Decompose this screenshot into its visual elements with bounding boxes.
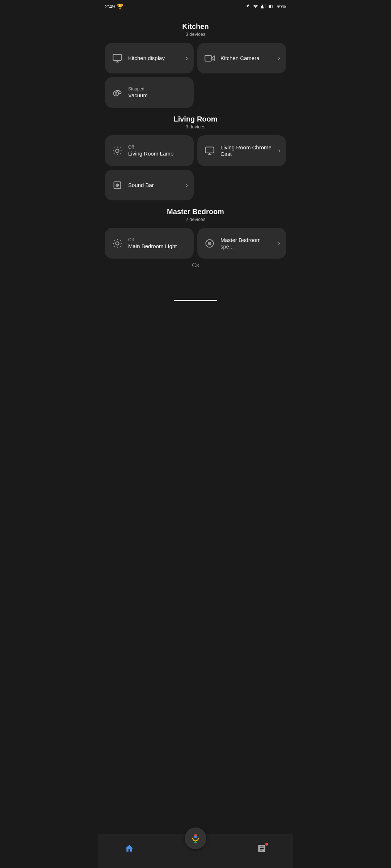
living-room-grid: Off Living Room Lamp Living Room Chrome … <box>105 135 286 166</box>
kitchen-section-header: Kitchen 3 devices <box>105 22 286 37</box>
chromecast-info: Living Room Chrome Cast <box>220 144 274 157</box>
living-room-lamp-status: Off <box>128 145 188 150</box>
master-bedroom-subtitle: 2 devices <box>105 217 286 222</box>
living-room-section-header: Living Room 3 devices <box>105 115 286 129</box>
vacuum-name: Vacuum <box>128 92 188 99</box>
vacuum-info: Stopped Vacuum <box>128 86 188 99</box>
soundbar-icon <box>111 179 124 192</box>
bedroom-light-status: Off <box>128 237 188 242</box>
bedroom-light-name: Main Bedroom Light <box>128 243 188 250</box>
svg-point-7 <box>114 91 119 96</box>
svg-rect-1 <box>269 5 271 8</box>
soundbar-info: Sound Bar <box>128 182 181 188</box>
svg-rect-2 <box>273 6 273 7</box>
wifi-icon <box>253 4 258 9</box>
kitchen-camera-info: Kitchen Camera <box>220 55 274 61</box>
svg-point-9 <box>115 149 119 152</box>
kitchen-display-info: Kitchen display <box>128 55 181 61</box>
kitchen-subtitle: 3 devices <box>105 31 286 37</box>
svg-point-8 <box>115 93 117 94</box>
main-content: Kitchen 3 devices Kitchen display › <box>98 12 293 298</box>
bluetooth-icon <box>245 4 251 9</box>
living-room-lamp-name: Living Room Lamp <box>128 150 188 157</box>
svg-rect-18 <box>205 147 214 153</box>
master-bedroom-section-header: Master Bedroom 2 devices <box>105 208 286 222</box>
battery-icon <box>268 4 274 9</box>
time: 2:49 <box>105 4 115 9</box>
kitchen-camera-name: Kitchen Camera <box>220 55 274 61</box>
kitchen-display-card[interactable]: Kitchen display › <box>105 43 194 73</box>
status-bar: 2:49 🏆 59% <box>98 0 293 12</box>
chromecast-card[interactable]: Living Room Chrome Cast › <box>197 135 286 166</box>
svg-line-28 <box>120 246 121 247</box>
svg-line-13 <box>120 153 121 154</box>
living-room-subtitle: 3 devices <box>105 124 286 129</box>
master-speaker-card[interactable]: Master Bedroom spe... › <box>197 228 286 259</box>
kitchen-second-row: Stopped Vacuum <box>105 77 286 108</box>
svg-rect-6 <box>205 55 211 61</box>
soundbar-chevron: › <box>186 181 188 189</box>
lamp-icon <box>111 144 124 157</box>
signal-icon <box>261 4 266 9</box>
master-speaker-chevron: › <box>278 239 280 247</box>
master-speaker-name: Master Bedroom spe... <box>220 237 274 250</box>
master-bedroom-title: Master Bedroom <box>105 208 286 216</box>
chromecast-icon <box>203 144 216 157</box>
vacuum-status: Stopped <box>128 86 188 92</box>
svg-line-12 <box>114 147 115 148</box>
status-left: 2:49 🏆 <box>105 4 123 9</box>
camera-icon <box>203 52 216 65</box>
home-indicator <box>174 300 217 301</box>
vacuum-card[interactable]: Stopped Vacuum <box>105 77 194 108</box>
speaker-dot-icon <box>203 237 216 250</box>
vacuum-icon <box>111 86 124 99</box>
svg-point-35 <box>209 243 210 244</box>
trophy-icon: 🏆 <box>117 4 123 9</box>
living-room-lamp-card[interactable]: Off Living Room Lamp <box>105 135 194 166</box>
soundbar-card[interactable]: Sound Bar › <box>105 170 194 200</box>
svg-line-27 <box>114 240 115 241</box>
living-room-title: Living Room <box>105 115 286 123</box>
svg-line-16 <box>114 153 115 154</box>
kitchen-display-chevron: › <box>186 54 188 62</box>
svg-line-31 <box>114 246 115 247</box>
master-speaker-info: Master Bedroom spe... <box>220 237 274 250</box>
svg-line-32 <box>120 240 121 241</box>
bedroom-light-card[interactable]: Off Main Bedroom Light <box>105 228 194 259</box>
bedroom-light-info: Off Main Bedroom Light <box>128 237 188 250</box>
battery-percent: 59% <box>277 4 286 9</box>
svg-point-24 <box>115 242 119 245</box>
status-right: 59% <box>245 4 286 9</box>
soundbar-name: Sound Bar <box>128 182 181 188</box>
monitor-icon <box>111 52 124 65</box>
svg-point-23 <box>117 184 118 185</box>
kitchen-display-name: Kitchen display <box>128 55 181 61</box>
svg-line-17 <box>120 147 121 148</box>
svg-rect-3 <box>113 54 121 60</box>
chromecast-chevron: › <box>278 147 280 154</box>
master-bedroom-grid: Off Main Bedroom Light Master Bedroom sp… <box>105 228 286 259</box>
bedroom-lamp-icon <box>111 237 124 250</box>
kitchen-camera-card[interactable]: Kitchen Camera › <box>197 43 286 73</box>
partial-content-text: Cs <box>105 262 286 269</box>
kitchen-camera-chevron: › <box>278 54 280 62</box>
kitchen-title: Kitchen <box>105 22 286 31</box>
kitchen-grid: Kitchen display › Kitchen Camera › <box>105 43 286 73</box>
living-room-lamp-info: Off Living Room Lamp <box>128 145 188 157</box>
chromecast-name: Living Room Chrome Cast <box>220 144 274 157</box>
living-room-second-row: Sound Bar › <box>105 170 286 200</box>
